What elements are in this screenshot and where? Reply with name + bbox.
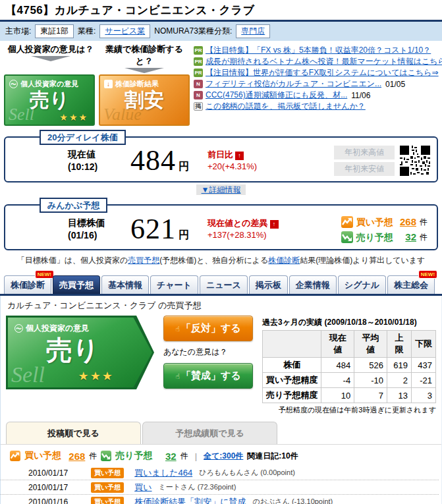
stats-table: 現在値 平均値 上限 下限 株価 484 526 619 437 買い予想精度 … xyxy=(262,330,436,403)
col-header: 現在値 xyxy=(321,331,354,358)
news-icon: N xyxy=(194,80,203,88)
vote-area: 〜 個人投資家の意見 売り Sell ★★★ ☝「反対」する あなたの意見は？ … xyxy=(1,314,441,415)
diagnosis-link[interactable]: 株価診断 xyxy=(268,256,300,265)
tab-news[interactable]: ニュース xyxy=(200,275,248,294)
sell-forecast-icon xyxy=(341,231,353,243)
star-rating: ★★★ xyxy=(59,112,88,123)
sell-watermark: Sell xyxy=(9,105,34,125)
post-title-link[interactable]: 買い xyxy=(134,482,152,493)
tab-signal[interactable]: シグナル xyxy=(338,275,386,294)
down-arrow-icon: ↓ xyxy=(104,80,113,88)
post-title-link[interactable]: 株価診断結果「割安」に賛成 xyxy=(134,496,246,504)
post-author: のおぶさん (-13.10point) xyxy=(253,497,333,504)
qr-code xyxy=(400,146,430,176)
all-posts-link[interactable]: 全て:300件 xyxy=(204,451,243,462)
target-price-note: 「目標株価」は、個人投資家の売買予想(予想株価)と、独自分析による株価診断結果(… xyxy=(0,255,442,266)
price-diagnosis-badge[interactable]: ↓ 株価診断結果 割安 Value xyxy=(99,74,190,126)
sell-forecast-label: 売り予想 xyxy=(356,231,393,244)
sub-tabs: 投稿順で見る 予想成績順で見る xyxy=(1,415,441,444)
col-header: 下限 xyxy=(412,331,436,358)
news-item: PR 成長が期待されるベトナム株へ投資！最新マーケット情報はこちら xyxy=(194,56,442,67)
buy-forecast-badge: 買い予想 xyxy=(91,468,124,478)
news-link[interactable]: 【注目情報】世界が評価するFX取引システムについてはこちら⇒ xyxy=(206,67,439,78)
diff-from-current: 現在値との差異↑ +137(+28.31%) xyxy=(207,217,279,241)
target-price-box: みんかぶ予想 目標株価 (01/16) 621 円 現在値との差異↑ +137(… xyxy=(4,204,438,250)
oppose-button[interactable]: ☝「反対」する xyxy=(163,316,253,341)
news-item: N フィデリティ投信がカルチュア・コンビニエン... 01/05 xyxy=(194,78,442,90)
down-triangle-icon xyxy=(124,68,164,73)
board-link[interactable]: この銘柄の話題を、掲示板で話しませんか？ xyxy=(206,101,366,112)
post-title-link[interactable]: 買いました464 xyxy=(134,467,192,479)
buy-forecast-badge: 買い予想 xyxy=(91,482,124,493)
table-row: 株価 484 526 619 437 xyxy=(263,358,436,373)
speech-bubble-icon: 〜 xyxy=(14,324,23,333)
tab-stock-diagnosis[interactable]: 株価診断NEW! xyxy=(4,275,51,294)
posts-panel: 買い予想 268 件 売り予想 32 件 | 全て:300件 関連日記:10件 … xyxy=(1,444,441,504)
post-date: 2010/01/16 xyxy=(28,497,91,504)
related-diary-count: 関連日記:10件 xyxy=(247,451,298,462)
stock-info-bar: 主市場: 東証1部 業種: サービス業 NOMURA73業種分類: 専門店 xyxy=(0,20,442,41)
tab-basic-info[interactable]: 基本情報 xyxy=(101,275,149,294)
buy-forecast-label: 買い予想 xyxy=(24,450,61,462)
industry-label: 業種: xyxy=(78,26,96,37)
market-label: 主市場: xyxy=(5,26,31,37)
sell-watermark: Sell xyxy=(11,362,45,387)
news-link[interactable]: フィデリティ投信がカルチュア・コンビニエン... xyxy=(206,78,381,90)
buy-forecast-icon xyxy=(10,451,20,461)
opinion-value: 売り xyxy=(8,335,152,364)
post-row: 2010/01/17 買い予想 買い ミートさん (72.36point) xyxy=(1,480,439,495)
news-link[interactable]: 成長が期待されるベトナム株へ投資！最新マーケット情報はこちら xyxy=(206,56,442,67)
main-tabs: 株価診断NEW! 売買予想 基本情報 チャート ニュース 掲示板 企業情報 シグ… xyxy=(0,270,442,294)
sell-count-link[interactable]: 32 xyxy=(157,451,177,462)
current-price-label: 現在値 (10:12) xyxy=(5,148,130,173)
value-watermark: Value xyxy=(103,105,142,125)
forecast-section-title: カルチュア・コンビニエンス・クラブ の売買予想 xyxy=(1,296,441,314)
sell-count-link[interactable]: 32 xyxy=(397,231,416,244)
day-change: 前日比↑ +20(+4.31%) xyxy=(207,149,257,173)
news-link[interactable]: 【注目特集】「FX vs 株」5本勝負！収益率20倍？コスト1/10？ xyxy=(206,45,431,56)
nomura-label: NOMURA73業種分類: xyxy=(154,26,232,37)
diagnosis-question: 業績で株価診断すると？ xyxy=(97,43,191,74)
investor-opinion-arrow-badge: 〜 個人投資家の意見 売り Sell ★★★ xyxy=(6,316,154,389)
new-badge: NEW! xyxy=(418,270,437,279)
current-price-value: 484 xyxy=(130,146,176,175)
tab-board[interactable]: 掲示板 xyxy=(249,275,288,294)
tab-shareholders-meeting[interactable]: 株主総会NEW! xyxy=(387,275,435,294)
year-high-button[interactable]: 年初来高値 xyxy=(334,146,395,159)
detail-info-link[interactable]: ▼詳細情報 xyxy=(196,184,246,195)
subtab-by-post-order[interactable]: 投稿順で見る xyxy=(6,422,141,444)
pr-icon: PR xyxy=(194,46,203,55)
buy-count-link[interactable]: 268 xyxy=(397,215,416,229)
target-price-value: 621 xyxy=(130,215,176,244)
tab-company-info[interactable]: 企業情報 xyxy=(289,275,337,294)
target-price-label: 目標株価 (01/16) xyxy=(5,217,130,242)
subtab-by-performance[interactable]: 予想成績順で見る xyxy=(142,422,277,444)
market-value: 東証1部 xyxy=(35,24,74,38)
investor-opinion-badge[interactable]: 〜 個人投資家の意見 売り Sell ★★★ xyxy=(4,74,95,126)
buy-forecast-badge: 買い予想 xyxy=(91,497,124,504)
industry-link[interactable]: サービス業 xyxy=(99,24,150,38)
stats-note: 予想精度の現在値は午前3時過ぎに更新されます xyxy=(262,405,436,415)
buy-forecast-icon xyxy=(341,216,353,228)
table-row: 売り予想精度 10 7 13 3 xyxy=(263,388,436,403)
target-date: (01/16) xyxy=(68,229,130,242)
tab-trade-forecast[interactable]: 売買予想 xyxy=(53,275,100,294)
star-rating: ★★★ xyxy=(78,369,114,383)
year-low-button[interactable]: 年初来安値 xyxy=(334,162,395,176)
agree-button[interactable]: ☝「賛成」する xyxy=(163,363,253,389)
col-header: 上限 xyxy=(387,331,412,358)
trade-forecast-link[interactable]: 売買予想 xyxy=(128,256,159,265)
news-icon: N xyxy=(194,91,203,99)
forecast-counts: 買い予想 268 件 売り予想 32 件 | 全て:300件 関連日記:10件 xyxy=(1,445,441,466)
post-author: ひろもんもんさん (0.00point) xyxy=(199,468,295,478)
post-date: 2010/01/17 xyxy=(28,468,91,478)
your-opinion-question: あなたの意見は？ xyxy=(163,347,227,358)
news-list: PR 【注目特集】「FX vs 株」5本勝負！収益率20倍？コスト1/10？ P… xyxy=(191,43,442,126)
post-row: 2010/01/17 買い予想 買いました464 ひろもんもんさん (0.00p… xyxy=(1,466,439,480)
nomura-link[interactable]: 専門店 xyxy=(236,24,270,38)
news-link[interactable]: CCC(4756)通期減額修正にも反発、材... xyxy=(206,90,347,101)
opinion-news-row: 個人投資家の意見は？ 業績で株価診断すると？ 〜 個人投資家の意見 売り Sel… xyxy=(0,41,442,127)
delayed-price-label: 20分ディレイ株価 xyxy=(40,130,126,145)
tab-chart[interactable]: チャート xyxy=(150,275,198,294)
buy-count-link[interactable]: 268 xyxy=(65,451,85,462)
